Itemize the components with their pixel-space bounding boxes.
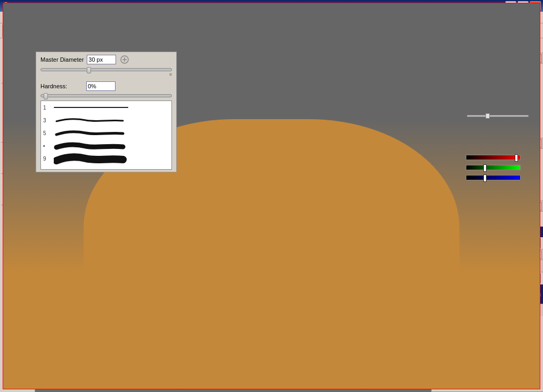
green-slider[interactable] — [466, 165, 521, 170]
navigator-panel: Navigator Info Histogram ▶ ✕ 🔍 — [432, 53, 543, 138]
navigator-thumbnail — [470, 69, 505, 106]
brush-diameter-slider-container: ≡ — [36, 67, 176, 79]
nav-thumb-image — [470, 69, 505, 106]
red-thumb[interactable] — [515, 154, 518, 162]
brush-item-3[interactable]: 3 — [41, 114, 171, 127]
brush-item-1[interactable]: 1 — [41, 101, 171, 114]
green-thumb[interactable] — [483, 164, 487, 172]
brush-hardness-slider[interactable] — [40, 94, 172, 97]
right-panel: Brushes Presets Comps Navigator Info His… — [431, 38, 543, 392]
brush-hardness-input[interactable] — [86, 81, 116, 91]
brush-hardness-slider-container — [36, 93, 176, 101]
brush-hardness-label: Hardness: — [40, 83, 83, 89]
brush-item-5[interactable]: 5 — [41, 127, 171, 139]
brush-hardness-row: Hardness: — [36, 79, 176, 93]
brush-panel: Master Diameter ≡ Hardness: — [36, 52, 177, 172]
brush-list[interactable]: 1 3 5 — [40, 101, 172, 170]
zoom-slider[interactable] — [467, 115, 529, 117]
brush-diameter-slider[interactable] — [40, 68, 172, 71]
hardness-slider-thumb[interactable] — [44, 93, 48, 99]
brush-diameter-row: Master Diameter — [36, 52, 176, 67]
brush-item-dot[interactable]: • — [41, 139, 171, 152]
panel-resize-icon: ≡ — [40, 72, 172, 77]
zoom-slider-thumb[interactable] — [486, 113, 490, 119]
blue-slider[interactable] — [466, 175, 521, 180]
brush-slider-thumb[interactable] — [87, 67, 91, 73]
brush-item-9[interactable]: 9 — [41, 152, 171, 165]
blue-thumb[interactable] — [483, 174, 487, 182]
brush-diameter-label: Master Diameter — [40, 56, 84, 63]
brush-panel-options[interactable] — [119, 54, 130, 65]
main-area: T — [0, 38, 543, 392]
brush-stroke-preview — [54, 107, 128, 108]
navigator-preview — [436, 66, 539, 109]
brush-diameter-input[interactable] — [87, 55, 116, 64]
red-slider[interactable] — [466, 155, 521, 160]
